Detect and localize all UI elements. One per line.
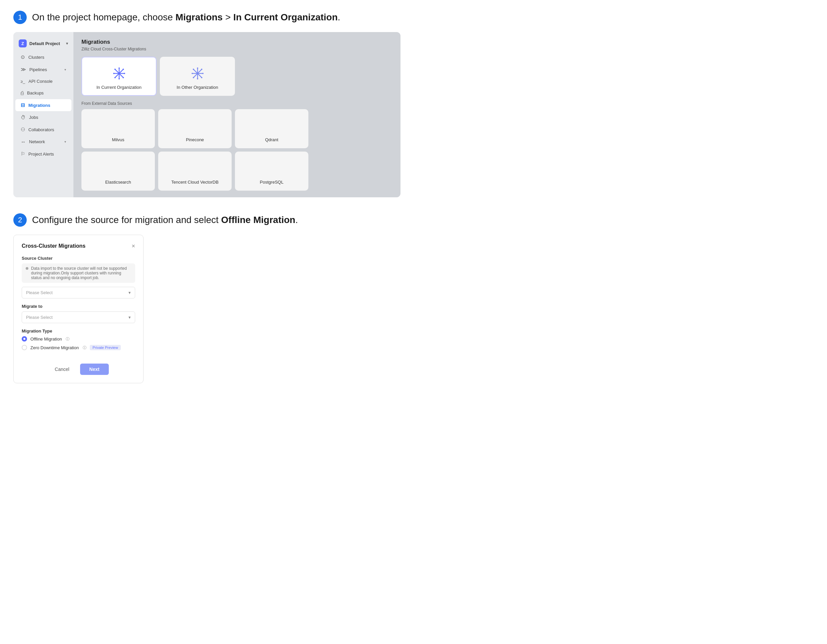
pipelines-label: Pipelines (30, 67, 47, 72)
project-icon: Z (19, 39, 27, 47)
pipelines-chevron-icon: ▾ (64, 68, 66, 72)
api-console-icon: ≥_ (21, 79, 25, 84)
svg-point-11 (114, 77, 115, 78)
section-title: Migrations (81, 39, 392, 45)
migrate-to-label: Migrate to (22, 304, 135, 309)
sidebar-item-backups[interactable]: ⎙ Backups (16, 87, 72, 99)
pinecone-label: Pinecone (186, 137, 204, 142)
card-milvus[interactable]: Milvus (81, 109, 155, 148)
svg-point-20 (193, 69, 194, 70)
qdrant-label: Qdrant (265, 137, 278, 142)
collaborators-icon: ⚇ (21, 127, 25, 133)
card-postgresql[interactable]: PostgreSQL (235, 152, 308, 191)
step1-section: 1 On the project homepage, choose Migrat… (13, 11, 401, 197)
cross-cluster-cards: In Current Organization (81, 57, 235, 96)
svg-point-21 (201, 77, 202, 78)
modal-close-button[interactable]: × (131, 243, 135, 249)
card-pinecone[interactable]: Pinecone (158, 109, 232, 148)
network-label: Network (29, 139, 45, 144)
clusters-label: Clusters (28, 55, 44, 60)
elasticsearch-label: Elasticsearch (105, 180, 131, 184)
svg-point-22 (201, 69, 202, 70)
card-tencent[interactable]: Tencent Cloud VectorDB (158, 152, 232, 191)
radio-offline-label: Offline Migration (30, 336, 62, 342)
card-in-current-org[interactable]: In Current Organization (81, 57, 156, 96)
radio-zero-downtime-label: Zero Downtime Migration (30, 345, 79, 350)
source-cluster-select[interactable]: Please Select ▾ (22, 287, 135, 299)
step1-text: On the project homepage, choose Migratio… (32, 11, 340, 23)
step2-section: 2 Configure the source for migration and… (13, 213, 401, 383)
info-dot-icon (26, 267, 28, 270)
collaborators-label: Collaborators (28, 127, 54, 132)
external-sources-label: From External Data Sources (81, 101, 392, 106)
source-cluster-placeholder: Please Select (26, 290, 53, 295)
svg-point-10 (122, 69, 124, 70)
step2-text: Configure the source for migration and s… (32, 214, 298, 226)
in-other-org-icon (191, 66, 204, 81)
cross-cluster-modal: Cross-Cluster Migrations × Source Cluste… (13, 235, 144, 383)
sidebar: Z Default Project ▾ ⊙ Clusters ≫ Pipelin… (13, 32, 73, 197)
svg-point-9 (122, 77, 124, 78)
card-in-other-org[interactable]: In Other Organization (160, 57, 235, 96)
in-other-org-label: In Other Organization (176, 85, 218, 90)
migrate-to-chevron-icon: ▾ (128, 315, 131, 320)
sidebar-item-clusters[interactable]: ⊙ Clusters (16, 51, 72, 63)
svg-point-16 (197, 67, 198, 69)
network-chevron-icon: ▾ (64, 140, 66, 144)
modal-title: Cross-Cluster Migrations (22, 243, 86, 249)
next-button[interactable]: Next (80, 364, 109, 375)
card-qdrant[interactable]: Qdrant (235, 109, 308, 148)
source-cluster-info: Data import to the source cluster will n… (22, 263, 135, 283)
migrations-icon: ⊟ (21, 102, 25, 108)
jobs-icon: ⏱ (21, 114, 26, 120)
jobs-label: Jobs (29, 115, 38, 120)
radio-offline-circle (22, 336, 27, 342)
source-cluster-section: Source Cluster Data import to the source… (22, 256, 135, 299)
backups-icon: ⎙ (21, 90, 24, 96)
external-cards-row3: Elasticsearch Tencent Clo (81, 152, 308, 191)
sidebar-item-migrations[interactable]: ⊟ Migrations (16, 99, 72, 111)
in-current-org-icon (112, 66, 126, 81)
network-icon: ↔ (21, 139, 26, 145)
tencent-label: Tencent Cloud VectorDB (171, 180, 218, 184)
modal-header: Cross-Cluster Migrations × (22, 243, 135, 249)
radio-offline-migration[interactable]: Offline Migration ⓘ (22, 336, 135, 342)
step2-circle: 2 (13, 213, 27, 227)
source-select-chevron-icon: ▾ (128, 290, 131, 295)
clusters-icon: ⊙ (21, 54, 25, 60)
postgresql-label: PostgreSQL (260, 180, 284, 184)
cancel-button[interactable]: Cancel (48, 364, 76, 375)
migrate-to-placeholder: Please Select (26, 315, 53, 320)
pipelines-icon: ≫ (21, 66, 26, 72)
migration-type-label: Migration Type (22, 328, 135, 333)
migrate-to-select[interactable]: Please Select ▾ (22, 311, 135, 323)
api-console-label: API Console (28, 79, 52, 84)
migrations-label: Migrations (28, 103, 50, 108)
migration-type-section: Migration Type Offline Migration ⓘ Zero … (22, 328, 135, 350)
svg-point-4 (119, 67, 120, 69)
svg-point-18 (192, 73, 193, 74)
in-current-org-label: In Current Organization (97, 85, 142, 90)
sidebar-item-collaborators[interactable]: ⚇ Collaborators (16, 123, 72, 136)
sidebar-item-api-console[interactable]: ≥_ API Console (16, 76, 72, 87)
svg-point-8 (114, 69, 115, 70)
card-elasticsearch[interactable]: Elasticsearch (81, 152, 155, 191)
svg-point-17 (197, 78, 198, 80)
project-alerts-icon: ⚐ (21, 151, 25, 157)
svg-point-6 (113, 73, 114, 74)
svg-point-5 (119, 78, 120, 80)
main-content: Migrations Zilliz Cloud Cross-Cluster Mi… (73, 32, 401, 197)
sidebar-item-network[interactable]: ↔ Network ▾ (16, 136, 72, 148)
modal-footer: Cancel Next (22, 358, 135, 375)
svg-point-19 (202, 73, 204, 74)
sidebar-item-jobs[interactable]: ⏱ Jobs (16, 111, 72, 123)
radio-zero-downtime[interactable]: Zero Downtime Migration ⓘ Private Previe… (22, 345, 135, 350)
migrate-to-section: Migrate to Please Select ▾ (22, 304, 135, 323)
radio-zero-downtime-circle (22, 345, 27, 350)
step1-container: Z Default Project ▾ ⊙ Clusters ≫ Pipelin… (13, 32, 401, 197)
source-cluster-label: Source Cluster (22, 256, 135, 261)
sidebar-item-pipelines[interactable]: ≫ Pipelines ▾ (16, 63, 72, 75)
sidebar-item-project-alerts[interactable]: ⚐ Project Alerts (16, 148, 72, 160)
project-chevron-icon: ▾ (66, 41, 68, 46)
step1-heading: 1 On the project homepage, choose Migrat… (13, 11, 401, 24)
